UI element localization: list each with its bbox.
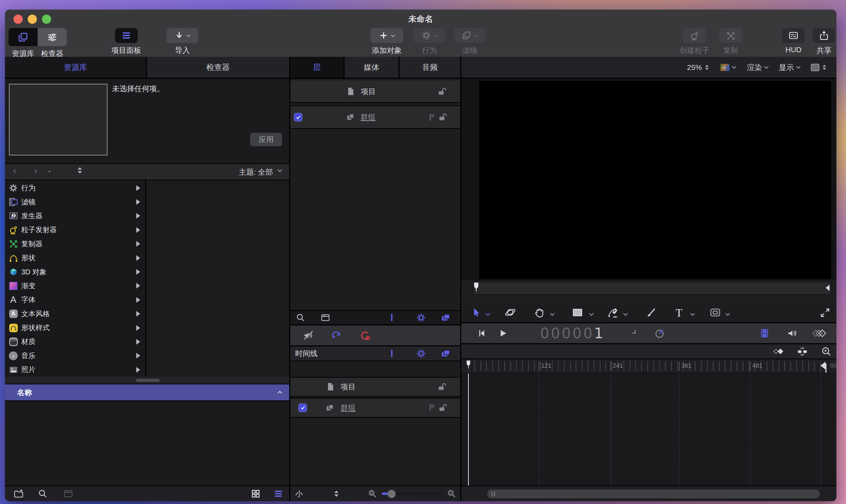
category-replicators[interactable]: 复制器 — [5, 237, 145, 251]
timeline-tracks-area[interactable] — [461, 373, 836, 486]
select-tool-button[interactable] — [471, 307, 481, 318]
search-icon[interactable] — [296, 313, 305, 322]
layout-control[interactable] — [811, 64, 826, 71]
record-icon[interactable] — [360, 330, 370, 341]
zoom-stepper[interactable] — [705, 65, 709, 70]
timeline-ruler[interactable]: 121 241 361 481 601 — [461, 359, 836, 373]
category-fonts[interactable]: 字体 — [5, 293, 145, 307]
timeline-zoom-slider[interactable] — [382, 493, 441, 495]
loop-icon[interactable] — [331, 330, 341, 341]
category-text-styles[interactable]: 文本风格 — [5, 307, 145, 321]
track-height-stepper[interactable] — [334, 491, 339, 497]
text-tool-button[interactable] — [676, 307, 682, 319]
project-row[interactable]: 项目 — [290, 81, 460, 103]
preview-toggle-button[interactable] — [64, 489, 73, 499]
category-gradients[interactable]: 渐变 — [5, 279, 145, 293]
lock-open-icon[interactable] — [438, 87, 447, 96]
category-behaviors[interactable]: 行为 — [5, 181, 145, 195]
category-shapes[interactable]: 形状 — [5, 251, 145, 265]
slider-knob[interactable] — [388, 490, 396, 498]
mini-playhead-icon[interactable] — [473, 282, 479, 292]
preview-panel-icon[interactable] — [321, 313, 330, 322]
group-checkbox[interactable] — [294, 113, 302, 121]
track-height-select[interactable]: 小 — [295, 489, 303, 499]
filters-button[interactable] — [454, 28, 485, 43]
group-row-label[interactable]: 群组 — [361, 112, 375, 122]
motion-blur-icon[interactable] — [812, 328, 827, 339]
orbit-tool-button[interactable] — [505, 307, 516, 318]
playhead-line[interactable] — [468, 373, 469, 486]
chevron-down-icon[interactable] — [278, 168, 282, 172]
timecode-clock-icon[interactable] — [654, 328, 665, 339]
channels-control[interactable] — [720, 64, 736, 71]
behaviors-button[interactable] — [414, 28, 445, 43]
scrollbar-thumb[interactable] — [487, 489, 820, 498]
category-filters[interactable]: 滤镜 — [5, 195, 145, 209]
mute-icon[interactable] — [303, 330, 314, 341]
layout-stepper[interactable] — [823, 65, 826, 70]
layers-icon[interactable] — [441, 349, 451, 358]
gear-icon[interactable] — [416, 313, 426, 322]
group-row[interactable]: 群组 — [290, 105, 460, 129]
audio-toggle-icon[interactable] — [787, 328, 798, 339]
tab-library[interactable]: 资源库 — [5, 57, 147, 78]
category-generators[interactable]: 2发生器 — [5, 209, 145, 223]
library-toggle-button[interactable] — [9, 28, 38, 46]
mini-timeline-track[interactable] — [473, 282, 831, 295]
paint-stroke-tool-button[interactable] — [646, 307, 657, 318]
chevron-down-icon[interactable] — [690, 311, 695, 316]
gear-icon[interactable] — [416, 349, 426, 358]
chevron-down-icon[interactable] — [485, 311, 490, 316]
tab-layers[interactable]: 层 — [290, 57, 345, 78]
zoom-in-icon[interactable] — [447, 489, 456, 499]
transparency-checker-icon[interactable] — [391, 350, 392, 357]
category-shape-styles[interactable]: 形状样式 — [5, 321, 145, 335]
inspector-toggle-button[interactable] — [38, 28, 67, 46]
go-to-start-button[interactable] — [477, 329, 486, 338]
chevron-down-icon[interactable] — [550, 311, 555, 316]
canvas-viewport[interactable] — [479, 81, 831, 279]
zoom-to-playhead-icon[interactable] — [821, 346, 831, 357]
playhead-icon[interactable] — [466, 360, 471, 368]
chevron-down-icon[interactable] — [623, 311, 628, 316]
render-menu[interactable]: 渲染 — [747, 62, 768, 72]
play-button[interactable] — [498, 329, 508, 338]
chevron-down-icon[interactable] — [725, 311, 730, 316]
hud-button[interactable] — [782, 28, 805, 43]
lock-open-icon[interactable] — [438, 382, 447, 391]
category-photos[interactable]: 照片 — [5, 363, 145, 377]
import-button[interactable] — [166, 28, 198, 43]
fullscreen-icon[interactable] — [820, 307, 830, 318]
make-particles-button[interactable] — [683, 28, 706, 43]
snapping-icon[interactable] — [797, 346, 808, 357]
timeline-project-row[interactable]: 项目 — [290, 377, 460, 397]
lock-open-icon[interactable] — [438, 403, 447, 412]
chevron-down-icon[interactable] — [632, 330, 636, 334]
bezier-tool-button[interactable] — [608, 307, 619, 318]
category-materials[interactable]: 材质 — [5, 335, 145, 349]
lock-open-icon[interactable] — [438, 113, 447, 122]
zoom-level-control[interactable]: 25% — [687, 63, 709, 72]
icon-view-button[interactable] — [251, 489, 260, 499]
zoom-out-icon[interactable] — [368, 489, 377, 499]
view-menu[interactable]: 显示 — [779, 62, 800, 72]
list-view-button[interactable] — [274, 489, 283, 499]
mini-out-point-icon[interactable] — [825, 284, 830, 293]
timecode-display[interactable]: 000001 — [540, 325, 605, 341]
share-button[interactable] — [813, 28, 835, 43]
chevron-down-icon[interactable] — [589, 311, 594, 316]
timeline-group-row[interactable]: 群组 — [290, 398, 460, 418]
search-button[interactable] — [38, 489, 48, 499]
path-stepper[interactable] — [78, 167, 82, 174]
transparency-checker-icon[interactable] — [391, 314, 392, 321]
category-3d-objects[interactable]: 3D 对象 — [5, 265, 145, 279]
theme-filter-label[interactable]: 主题: 全部 — [239, 167, 273, 177]
mask-tool-button[interactable] — [710, 307, 721, 318]
category-music[interactable]: 音乐 — [5, 349, 145, 363]
forward-icon[interactable] — [33, 169, 37, 174]
play-range-icon[interactable] — [759, 328, 770, 339]
out-point-marker-icon[interactable] — [820, 362, 826, 373]
pan-tool-button[interactable] — [534, 307, 545, 318]
category-particle-emitters[interactable]: 粒子发射器 — [5, 223, 145, 237]
layers-icon[interactable] — [441, 313, 451, 323]
